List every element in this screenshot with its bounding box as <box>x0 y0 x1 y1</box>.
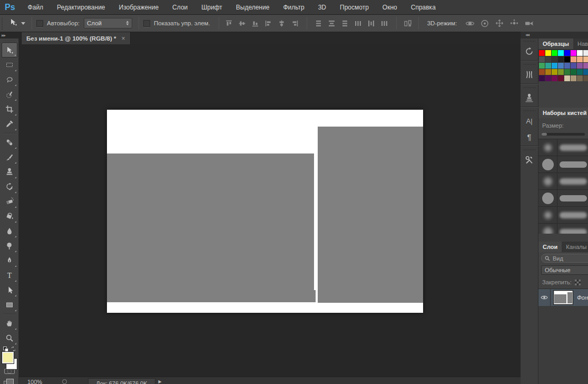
tab-channels[interactable]: Каналы <box>562 242 588 252</box>
swatch-r1-c3[interactable] <box>552 50 557 56</box>
swatch-r5-c6[interactable] <box>571 75 576 81</box>
dock-gripper[interactable] <box>524 87 535 88</box>
menu-11[interactable]: Справка <box>404 0 443 15</box>
swatch-r4-c4[interactable] <box>558 69 564 75</box>
menu-5[interactable]: Шрифт <box>194 0 229 15</box>
brush-preset-row-1[interactable] <box>538 139 588 156</box>
autoselect-target-dropdown[interactable]: Слой ▲▼ <box>84 18 132 28</box>
dodge-tool[interactable] <box>2 238 17 253</box>
swatch-r1-c4[interactable] <box>558 50 564 56</box>
swatch-r2-c5[interactable] <box>564 56 570 62</box>
hand-tool[interactable] <box>2 316 17 331</box>
align-top-edges-button[interactable] <box>223 17 235 29</box>
swatch-r4-c2[interactable] <box>545 69 551 75</box>
swatch-r3-c8[interactable] <box>583 63 588 69</box>
brush-size-slider[interactable] <box>542 133 585 136</box>
swatch-r3-c4[interactable] <box>558 63 564 69</box>
slider-knob[interactable] <box>542 133 547 136</box>
swatch-r2-c1[interactable] <box>539 56 545 62</box>
layer-filter-field[interactable]: Вид <box>541 254 588 263</box>
3d-orbit-button[interactable] <box>464 17 476 29</box>
eraser-tool[interactable] <box>2 194 17 209</box>
swatch-r2-c8[interactable] <box>583 56 588 62</box>
swatch-r2-c2[interactable] <box>545 56 551 62</box>
paragraph-panel-icon[interactable]: ¶ <box>521 129 538 145</box>
swatch-r1-c2[interactable] <box>545 50 551 56</box>
show-transform-controls-checkbox[interactable] <box>143 20 150 27</box>
swatch-r5-c8[interactable] <box>583 75 588 81</box>
swatch-r4-c6[interactable] <box>571 69 576 75</box>
swatch-r3-c1[interactable] <box>539 63 545 69</box>
dock-gripper[interactable] <box>524 41 535 42</box>
align-vertical-centers-button[interactable] <box>237 17 248 29</box>
swatch-r2-c3[interactable] <box>552 56 557 62</box>
swatch-r3-c6[interactable] <box>571 63 576 69</box>
menu-6[interactable]: Выделение <box>229 0 277 15</box>
brush-panel-panel-icon[interactable] <box>521 66 538 82</box>
menu-9[interactable]: Просмотр <box>333 0 376 15</box>
character-panel-icon[interactable]: A| <box>521 113 538 129</box>
menu-10[interactable]: Окно <box>376 0 404 15</box>
move-tool[interactable] <box>2 43 17 57</box>
layer-thumbnail[interactable] <box>554 291 573 304</box>
swatch-r1-c5[interactable] <box>564 50 570 56</box>
swatch-r1-c7[interactable] <box>577 50 583 56</box>
clone-source-panel-icon[interactable] <box>521 90 538 105</box>
menu-4[interactable]: Слои <box>165 0 194 15</box>
swatch-r4-c5[interactable] <box>564 69 570 75</box>
menu-8[interactable]: 3D <box>311 0 333 15</box>
swatch-r3-c7[interactable] <box>577 63 583 69</box>
eyedropper-tool[interactable] <box>2 117 17 131</box>
swatch-r4-c8[interactable] <box>583 69 588 75</box>
rectangular-marquee-tool[interactable] <box>2 57 17 72</box>
close-tab-icon[interactable]: × <box>121 35 125 42</box>
brush-preset-row-6[interactable] <box>538 224 588 234</box>
tool-panel-gripper[interactable] <box>4 41 15 41</box>
swatch-r5-c7[interactable] <box>577 75 583 81</box>
3d-pan-button[interactable] <box>494 17 505 29</box>
options-bar-gripper[interactable] <box>2 17 4 30</box>
foreground-color-swatch[interactable] <box>2 351 14 364</box>
distribute-vertical-centers-button[interactable] <box>326 17 338 29</box>
tab-brush-presets[interactable]: Наборы кистей <box>538 108 588 118</box>
screen-mode-button[interactable] <box>4 379 15 384</box>
document-canvas[interactable] <box>107 110 423 313</box>
layer-row[interactable]: Фон <box>538 289 588 306</box>
tool-presets-panel-icon[interactable] <box>521 152 538 168</box>
distribute-right-edges-button[interactable] <box>379 17 390 29</box>
3d-slide-button[interactable] <box>508 17 520 29</box>
swatch-r5-c3[interactable] <box>552 75 557 81</box>
swatch-r5-c4[interactable] <box>558 75 564 81</box>
3d-roll-button[interactable] <box>479 17 491 29</box>
swatch-r3-c5[interactable] <box>564 63 570 69</box>
spot-healing-brush-tool[interactable] <box>2 135 17 150</box>
distribute-top-edges-button[interactable] <box>313 17 325 29</box>
swatch-r5-c1[interactable] <box>539 75 545 81</box>
swatch-r1-c6[interactable] <box>571 50 576 56</box>
menu-3[interactable]: Изображение <box>112 0 166 15</box>
history-panel-icon[interactable] <box>521 43 538 59</box>
align-left-edges-button[interactable] <box>263 17 275 29</box>
menu-7[interactable]: Фильтр <box>276 0 311 15</box>
swatch-r4-c3[interactable] <box>552 69 557 75</box>
default-and-swap-colors[interactable] <box>3 347 16 350</box>
3d-camera-zoom-button[interactable] <box>523 17 535 29</box>
brush-tool[interactable] <box>2 150 17 165</box>
align-right-edges-button[interactable] <box>289 17 301 29</box>
swatch-r2-c7[interactable] <box>577 56 583 62</box>
distribute-left-edges-button[interactable] <box>352 17 364 29</box>
document-size-info[interactable]: Док: 676.0K/676.0K <box>88 378 155 384</box>
rectangle-tool[interactable] <box>2 297 17 312</box>
auto-align-layers-button[interactable] <box>403 17 414 29</box>
blur-tool[interactable] <box>2 224 17 238</box>
swatch-r1-c1[interactable] <box>539 50 545 56</box>
autoselect-checkbox[interactable] <box>36 20 43 27</box>
align-bottom-edges-button[interactable] <box>250 17 261 29</box>
brush-preset-row-2[interactable] <box>538 156 588 173</box>
crop-tool[interactable] <box>2 102 17 117</box>
zoom-tool[interactable] <box>2 331 17 345</box>
menu-1[interactable]: Файл <box>21 0 51 15</box>
distribute-horizontal-centers-button[interactable] <box>366 17 377 29</box>
status-flyout-icon[interactable]: ▶ <box>159 379 162 384</box>
tab-layers[interactable]: Слои <box>538 242 562 252</box>
